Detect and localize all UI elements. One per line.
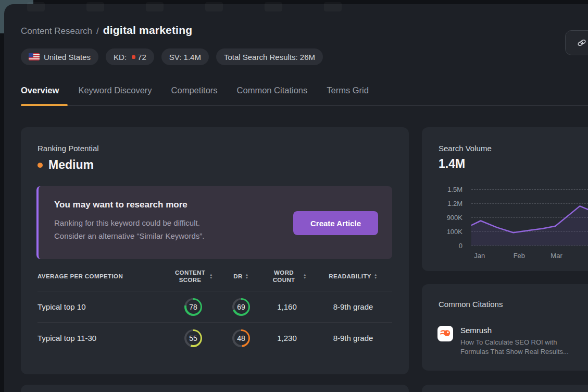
toolbar-placeholder <box>146 2 164 11</box>
col-average-per-competion: AVERAGE PER COMPETION <box>37 273 164 280</box>
breadcrumb: Content Research / digital marketing <box>21 24 192 36</box>
citation-item[interactable]: Semrush How To Calculate SEO ROI with Fo… <box>437 326 572 357</box>
active-tab-indicator <box>21 104 68 106</box>
gridline <box>471 246 588 246</box>
common-citations-card: Common Citations Semrush How To Calculat… <box>422 284 588 371</box>
kd-difficulty-dot-icon <box>132 55 135 59</box>
word-count-value: 1,230 <box>260 334 314 342</box>
x-tick-label: Jan <box>474 252 485 260</box>
sort-down-icon: ▼ <box>209 276 213 279</box>
dr-value: 48 <box>234 331 248 345</box>
kd-value: 72 <box>137 53 146 62</box>
search-volume-label: Search Volume <box>439 144 492 153</box>
us-flag-icon <box>29 53 40 60</box>
ranking-level-value: Medium <box>48 158 94 172</box>
content-score-ring: 78 <box>184 298 202 316</box>
callout-line1: Ranking for this keyword could be diffic… <box>54 216 204 229</box>
page-title: digital marketing <box>103 24 192 36</box>
sv-badge: SV: 1.4M <box>161 48 209 65</box>
col-label: READABILITY <box>329 273 371 280</box>
country-badge[interactable]: United States <box>21 48 98 65</box>
keyword-stats-bar: United States KD: 72 SV: 1.4M Total Sear… <box>21 48 323 65</box>
tab-common-citations[interactable]: Common Citations <box>237 85 308 103</box>
citation-source: Semrush <box>460 326 572 335</box>
callout-title: You may want to research more <box>54 200 187 210</box>
content-score-ring: 55 <box>184 329 202 347</box>
readability-value: 8-9th grade <box>314 302 392 311</box>
common-citations-label: Common Citations <box>439 300 503 309</box>
toolbar-placeholder <box>265 2 282 11</box>
table-row: Typical top 10 78 69 1,160 8-9th grade <box>37 291 392 322</box>
total-results-label: Total Search Results: 26M <box>224 53 315 62</box>
total-results-badge: Total Search Results: 26M <box>216 48 323 65</box>
callout-body: Ranking for this keyword could be diffic… <box>54 216 204 242</box>
competition-table: AVERAGE PER COMPETION CONTENT SCORE ▲ ▼ … <box>37 269 392 353</box>
chart-x-axis: JanFebMarApr <box>471 252 588 261</box>
sort-icon[interactable]: ▲ ▼ <box>245 273 249 279</box>
readability-value: 8-9th grade <box>314 334 392 342</box>
tab-bar: Overview Keyword Discovery Competitors C… <box>21 85 369 103</box>
dr-value: 69 <box>234 300 248 314</box>
content-score-value: 55 <box>186 331 201 345</box>
col-word-count[interactable]: WORD COUNT ▲ ▼ <box>260 269 314 284</box>
search-volume-line-chart <box>471 189 588 246</box>
tab-divider <box>21 105 588 106</box>
sort-down-icon: ▼ <box>245 276 249 279</box>
content-score-value: 78 <box>186 300 201 314</box>
next-card-stub <box>21 385 409 392</box>
cropped-toolbar <box>27 2 342 11</box>
search-volume-card: Search Volume 1.4M 1.5M1.2M900K100K0 Jan… <box>422 127 588 271</box>
app-panel: Content Research / digital marketing Uni… <box>4 4 588 392</box>
x-tick-label: Feb <box>514 252 525 260</box>
kd-label: KD: <box>114 53 127 62</box>
col-label: DR <box>233 273 242 280</box>
toolbar-placeholder <box>27 2 45 11</box>
ranking-potential-card: Ranking Potential Medium You may want to… <box>21 127 409 374</box>
sort-down-icon: ▼ <box>303 276 307 279</box>
sort-icon[interactable]: ▲ ▼ <box>209 273 213 279</box>
y-tick-label: 900K <box>447 214 462 222</box>
research-more-callout: You may want to research more Ranking fo… <box>36 186 392 259</box>
dr-ring: 48 <box>232 329 250 347</box>
copy-link-button[interactable] <box>565 30 588 55</box>
sort-icon[interactable]: ▲ ▼ <box>303 273 307 279</box>
y-tick-label: 100K <box>447 228 462 236</box>
col-label: WORD COUNT <box>267 269 301 284</box>
y-tick-label: 1.5M <box>447 186 462 193</box>
country-label: United States <box>44 53 91 62</box>
row-label: Typical top 10 <box>37 302 164 311</box>
callout-line2: Consider an alternative “Similar Keyword… <box>54 229 204 242</box>
col-label: AVERAGE PER COMPETION <box>37 273 123 280</box>
y-tick-label: 1.2M <box>447 200 462 207</box>
breadcrumb-section[interactable]: Content Research <box>21 26 92 36</box>
competition-table-header: AVERAGE PER COMPETION CONTENT SCORE ▲ ▼ … <box>37 269 392 291</box>
y-tick-label: 0 <box>459 242 462 250</box>
toolbar-placeholder <box>86 2 104 11</box>
citation-description: How To Calculate SEO ROI with Formulas T… <box>460 338 572 357</box>
col-dr[interactable]: DR ▲ ▼ <box>222 273 260 280</box>
dr-ring: 69 <box>232 298 250 316</box>
toolbar-placeholder <box>324 2 342 11</box>
ranking-level: Medium <box>37 158 94 172</box>
chart-y-axis: 1.5M1.2M900K100K0 <box>422 189 462 246</box>
tab-terms-grid[interactable]: Terms Grid <box>327 85 369 103</box>
tab-overview[interactable]: Overview <box>21 85 59 103</box>
col-content-score[interactable]: CONTENT SCORE ▲ ▼ <box>164 269 222 284</box>
tab-keyword-discovery[interactable]: Keyword Discovery <box>78 85 152 103</box>
tab-competitors[interactable]: Competitors <box>171 85 218 103</box>
row-label: Typical top 11-30 <box>37 334 164 342</box>
sv-label: SV: 1.4M <box>169 53 201 62</box>
sort-icon[interactable]: ▲ ▼ <box>374 273 378 279</box>
kd-badge: KD: 72 <box>106 48 154 65</box>
sort-down-icon: ▼ <box>374 276 378 279</box>
table-row: Typical top 11-30 55 48 1,230 8-9th grad… <box>37 322 392 353</box>
col-readability[interactable]: READABILITY ▲ ▼ <box>314 273 392 280</box>
x-tick-label: Mar <box>551 252 562 260</box>
toolbar-placeholder <box>205 2 223 11</box>
semrush-logo-icon <box>437 326 453 341</box>
ranking-level-dot-icon <box>37 163 43 168</box>
create-article-button[interactable]: Create Article <box>293 211 378 235</box>
next-card-stub <box>422 385 588 392</box>
ranking-potential-label: Ranking Potential <box>37 144 99 153</box>
breadcrumb-separator: / <box>96 26 99 36</box>
